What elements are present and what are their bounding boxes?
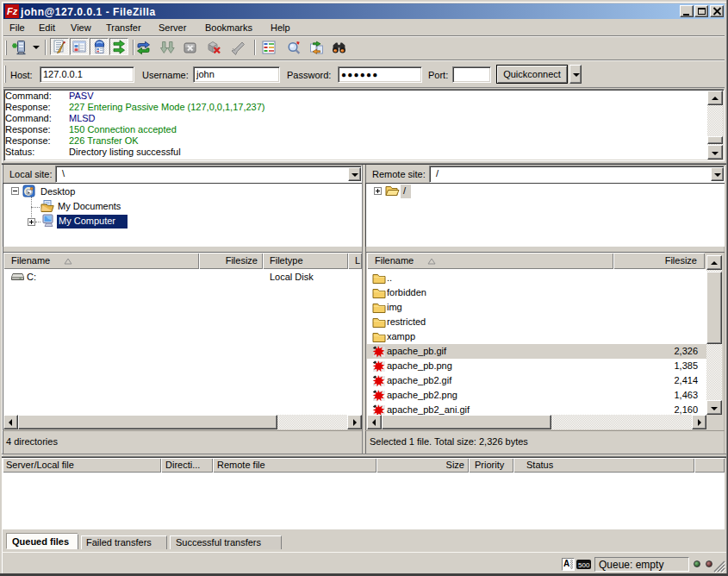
- svg-text:Fz: Fz: [7, 6, 18, 16]
